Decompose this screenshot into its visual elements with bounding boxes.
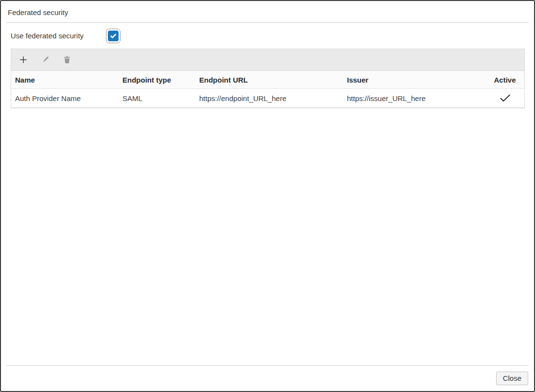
auth-providers-grid: Name Endpoint type Endpoint URL Issuer A… (11, 49, 525, 108)
use-federated-security-row: Use federated security (1, 23, 534, 49)
cell-name: Auth Provider Name (11, 89, 119, 108)
federated-security-dialog: { "dialog": { "title": "Federated securi… (0, 0, 535, 392)
check-icon (109, 32, 117, 40)
trash-icon (62, 55, 72, 65)
column-header-active: Active (485, 71, 524, 89)
plus-icon (18, 55, 28, 65)
column-header-issuer: Issuer (343, 71, 485, 89)
column-header-endpoint-type: Endpoint type (119, 71, 195, 89)
add-button[interactable] (16, 52, 31, 67)
table-header-row: Name Endpoint type Endpoint URL Issuer A… (11, 71, 524, 89)
active-check-icon (499, 93, 512, 103)
auth-providers-table: Name Endpoint type Endpoint URL Issuer A… (11, 71, 524, 108)
cell-issuer: https://issuer_URL_here (343, 89, 485, 108)
delete-button[interactable] (60, 52, 74, 67)
cell-endpoint-type: SAML (119, 89, 195, 108)
use-federated-security-label: Use federated security (11, 32, 84, 40)
cell-active (485, 89, 524, 108)
checkbox-fill (108, 31, 119, 41)
grid-toolbar (11, 49, 524, 71)
column-header-name: Name (11, 71, 119, 89)
column-header-endpoint-url: Endpoint URL (195, 71, 343, 89)
table-row[interactable]: Auth Provider Name SAML https://endpoint… (11, 89, 524, 108)
cell-endpoint-url: https://endpoint_URL_here (195, 89, 343, 108)
close-button[interactable]: Close (496, 372, 528, 385)
use-federated-security-checkbox[interactable] (106, 29, 121, 43)
page-title: Federated security (1, 1, 534, 22)
pencil-icon (40, 55, 50, 65)
edit-button[interactable] (38, 52, 52, 67)
dialog-footer: Close (6, 365, 529, 391)
